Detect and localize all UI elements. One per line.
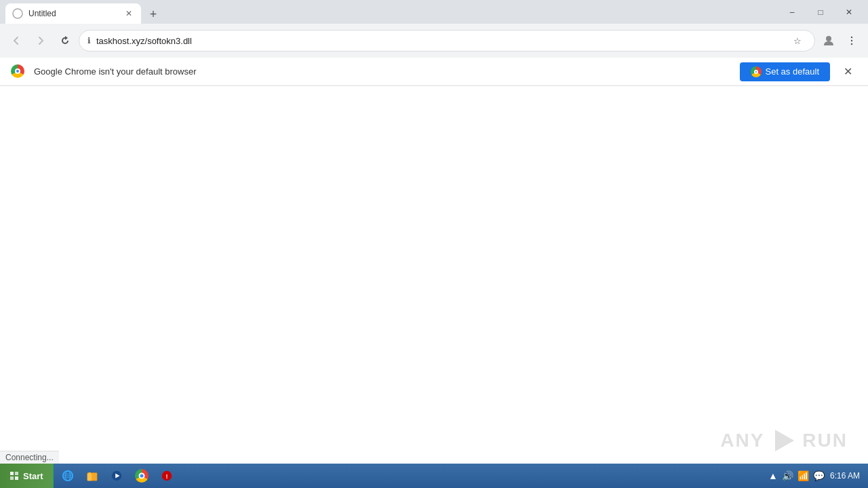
- page-content: [0, 86, 868, 464]
- svg-point-3: [851, 40, 852, 41]
- close-button[interactable]: ✕: [835, 0, 863, 24]
- media-player-icon: [111, 470, 123, 482]
- system-clock[interactable]: 6:16 AM: [827, 471, 863, 481]
- anyrun-play-icon: [770, 427, 797, 454]
- url-text: taskhost.xyz/softokn3.dll: [96, 36, 783, 46]
- svg-rect-8: [10, 476, 14, 480]
- network-icon[interactable]: 📶: [797, 470, 809, 481]
- start-label: Start: [23, 471, 43, 481]
- tab-favicon: [12, 8, 23, 19]
- taskbar-mediaplayer-button[interactable]: [105, 466, 128, 486]
- infobar-close-button[interactable]: ✕: [838, 62, 857, 81]
- default-browser-infobar: Google Chrome isn't your default browser…: [0, 58, 868, 86]
- svg-point-2: [851, 37, 852, 38]
- svg-point-4: [851, 43, 852, 45]
- start-button[interactable]: Start: [0, 464, 54, 488]
- svg-text:!: !: [165, 473, 167, 480]
- taskbar-right: ▲ 🔊 📶 💬 6:16 AM: [763, 470, 868, 481]
- taskbar-chrome-icon: [135, 469, 149, 483]
- tab-strip: Untitled ✕ +: [5, 0, 778, 24]
- minimize-button[interactable]: –: [778, 0, 806, 24]
- anyrun-run-label: RUN: [802, 430, 848, 451]
- active-tab[interactable]: Untitled ✕: [5, 3, 141, 24]
- set-default-icon: [751, 66, 762, 77]
- set-as-default-button[interactable]: Set as default: [740, 62, 831, 81]
- window-controls: – □ ✕: [778, 0, 863, 24]
- chrome-logo-icon: [11, 64, 26, 79]
- bookmark-star-button[interactable]: ☆: [789, 32, 806, 49]
- explorer-icon: [86, 470, 98, 482]
- taskbar: Start: [0, 464, 868, 488]
- nav-right-controls: [818, 30, 863, 52]
- back-button[interactable]: [5, 30, 27, 52]
- taskbar-chrome-button[interactable]: [130, 466, 154, 486]
- system-tray: ▲ 🔊 📶 💬: [768, 470, 825, 481]
- volume-icon[interactable]: 🔊: [782, 470, 793, 481]
- menu-button[interactable]: [841, 30, 863, 52]
- taskbar-security-button[interactable]: !: [155, 466, 178, 486]
- maximize-button[interactable]: □: [807, 0, 834, 24]
- svg-point-1: [826, 36, 831, 41]
- title-bar: Untitled ✕ + – □ ✕: [0, 0, 868, 24]
- taskbar-apps: !: [54, 466, 763, 486]
- address-bar[interactable]: ℹ taskhost.xyz/softokn3.dll ☆: [79, 30, 815, 52]
- anyrun-watermark: ANY RUN: [720, 427, 848, 454]
- profile-button[interactable]: [818, 30, 840, 52]
- security-icon: !: [161, 470, 173, 482]
- clock-time: 6:16 AM: [830, 471, 860, 481]
- svg-marker-5: [775, 430, 794, 451]
- tab-title: Untitled: [28, 9, 118, 18]
- taskbar-ie-button[interactable]: [56, 466, 79, 486]
- svg-rect-16: [87, 474, 91, 481]
- status-text: Connecting...: [5, 453, 54, 462]
- svg-rect-9: [15, 476, 18, 480]
- anyrun-label: ANY: [720, 430, 764, 451]
- svg-rect-6: [10, 472, 14, 475]
- start-logo-icon: [9, 471, 19, 481]
- tray-expand-icon[interactable]: ▲: [768, 470, 778, 481]
- taskbar-explorer-button[interactable]: [81, 466, 104, 486]
- infobar-message: Google Chrome isn't your default browser: [34, 66, 732, 77]
- reload-button[interactable]: [54, 30, 76, 52]
- ie-icon: [62, 470, 74, 482]
- forward-button[interactable]: [30, 30, 52, 52]
- security-icon: ℹ: [87, 36, 91, 45]
- notification-icon[interactable]: 💬: [813, 470, 825, 481]
- tab-close-button[interactable]: ✕: [123, 8, 134, 19]
- address-right-icons: ☆: [789, 32, 806, 49]
- status-bar: Connecting...: [0, 451, 59, 464]
- navigation-bar: ℹ taskhost.xyz/softokn3.dll ☆: [0, 24, 868, 58]
- svg-point-0: [13, 9, 22, 18]
- new-tab-button[interactable]: +: [144, 5, 163, 24]
- svg-rect-7: [15, 472, 18, 475]
